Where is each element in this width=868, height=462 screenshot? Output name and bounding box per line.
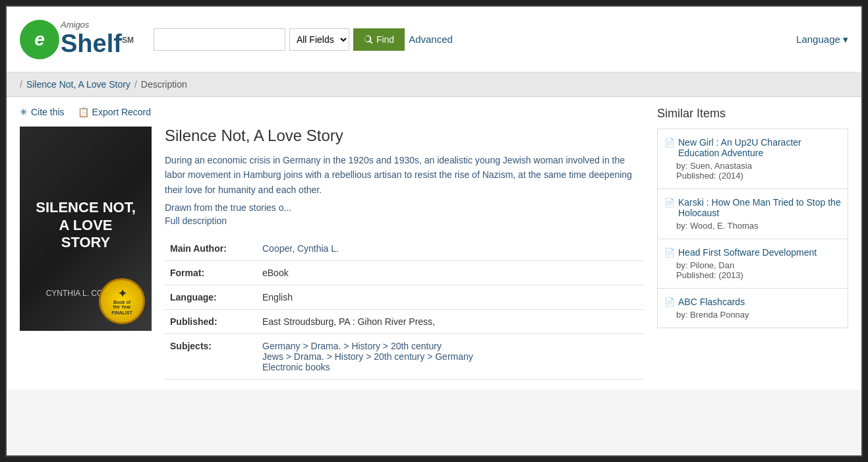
similar-item-title-link[interactable]: 📄ABC Flashcards [664, 297, 841, 307]
asterisk-icon: ✳ [20, 107, 28, 117]
advanced-link[interactable]: Advanced [409, 34, 453, 45]
header: e Amigos ShelfSM All Fields Find Advance… [7, 7, 861, 72]
table-row: Format: eBook [165, 261, 644, 285]
breadcrumb-sep1: / [20, 79, 22, 90]
published-value: East Stroudsburg, PA : Gihon River Press… [257, 310, 644, 334]
search-icon [364, 35, 373, 44]
subject-link[interactable]: Germany > Drama. > History > 20th centur… [262, 341, 442, 351]
format-value: eBook [257, 261, 644, 285]
book-title: Silence Not, A Love Story [165, 127, 644, 145]
document-icon: 📄 [664, 138, 675, 148]
cover-title: SILENCE NOT,A LOVE STORY [33, 199, 138, 251]
logo-amigos-text: Amigos [61, 20, 134, 30]
find-button[interactable]: Find [353, 28, 405, 51]
details-table: Main Author: Cooper, Cynthia L. Format: … [165, 237, 644, 380]
main-content: ✳ Cite this 📋 Export Record SILENCE NOT,… [7, 97, 861, 390]
document-icon: 📄 [664, 248, 675, 258]
table-row: Language: English [165, 285, 644, 310]
list-item: 📄New Girl : An Up2U Character Education … [657, 129, 848, 189]
table-row: Published: East Stroudsburg, PA : Gihon … [165, 310, 644, 334]
book-display: SILENCE NOT,A LOVE STORY CYNTHIA L. COOP… [20, 127, 644, 380]
document-icon: 📄 [664, 297, 675, 307]
similar-items-list: 📄New Girl : An Up2U Character Education … [657, 129, 848, 328]
search-field-select[interactable]: All Fields [289, 28, 349, 51]
language-value: English [257, 285, 644, 310]
book-description: During an economic crisis in Germany in … [165, 153, 644, 197]
language-label: Language: [165, 285, 257, 310]
similar-item-title-link[interactable]: 📄New Girl : An Up2U Character Education … [664, 137, 841, 158]
book-cover: SILENCE NOT,A LOVE STORY CYNTHIA L. COOP… [20, 127, 152, 331]
similar-item-meta: by: Wood, E. Thomas [664, 221, 841, 231]
search-area: All Fields Find Advanced [154, 28, 796, 51]
full-description-link[interactable]: Full description [165, 216, 644, 226]
list-item: 📄Head First Software Developmentby: Pilo… [657, 239, 848, 289]
breadcrumb-sep2: / [134, 79, 137, 90]
action-bar: ✳ Cite this 📋 Export Record [20, 107, 644, 117]
logo-link[interactable]: e Amigos ShelfSM [20, 20, 134, 59]
breadcrumb: / Silence Not, A Love Story / Descriptio… [7, 72, 861, 97]
similar-item-title-link[interactable]: 📄Karski : How One Man Tried to Stop the … [664, 197, 841, 218]
cite-this-link[interactable]: ✳ Cite this [20, 107, 65, 117]
subjects-value: Germany > Drama. > History > 20th centur… [257, 334, 644, 380]
list-item: 📄ABC Flashcardsby: Brenda Ponnay [657, 288, 848, 328]
logo-shelf-text: ShelfSM [61, 30, 134, 58]
logo-icon: e [20, 20, 59, 59]
similar-item-meta: by: Brenda Ponnay [664, 310, 841, 320]
subject-link[interactable]: Jews > Drama. > History > 20th century >… [262, 351, 473, 362]
document-icon: 📋 [78, 107, 89, 117]
language-button[interactable]: Language ▾ [796, 34, 848, 45]
main-author-label: Main Author: [165, 237, 257, 261]
book-badge: ✦ Book of the Year FINALIST [99, 278, 145, 324]
breadcrumb-current: Description [141, 79, 187, 90]
subjects-label: Subjects: [165, 334, 257, 380]
book-section: ✳ Cite this 📋 Export Record SILENCE NOT,… [20, 107, 644, 380]
table-row: Subjects: Germany > Drama. > History > 2… [165, 334, 644, 380]
similar-item-meta: by: Suen, AnastasiaPublished: (2014) [664, 161, 841, 181]
breadcrumb-book-link[interactable]: Silence Not, A Love Story [26, 79, 130, 90]
similar-item-title-link[interactable]: 📄Head First Software Development [664, 247, 841, 258]
search-input[interactable] [154, 28, 285, 51]
table-row: Main Author: Cooper, Cynthia L. [165, 237, 644, 261]
list-item: 📄Karski : How One Man Tried to Stop the … [657, 188, 848, 239]
similar-item-meta: by: Pilone, DanPublished: (2013) [664, 260, 841, 280]
document-icon: 📄 [664, 198, 675, 208]
book-description-more: Drawn from the true stories o... [165, 202, 644, 213]
published-label: Published: [165, 310, 257, 334]
similar-items-panel: Similar Items 📄New Girl : An Up2U Charac… [657, 107, 848, 380]
subject-link[interactable]: Electronic books [262, 362, 330, 372]
main-author-value[interactable]: Cooper, Cynthia L. [262, 243, 339, 254]
format-label: Format: [165, 261, 257, 285]
export-record-link[interactable]: 📋 Export Record [78, 107, 151, 117]
book-info: Silence Not, A Love Story During an econ… [165, 127, 644, 380]
similar-items-title: Similar Items [657, 107, 848, 121]
